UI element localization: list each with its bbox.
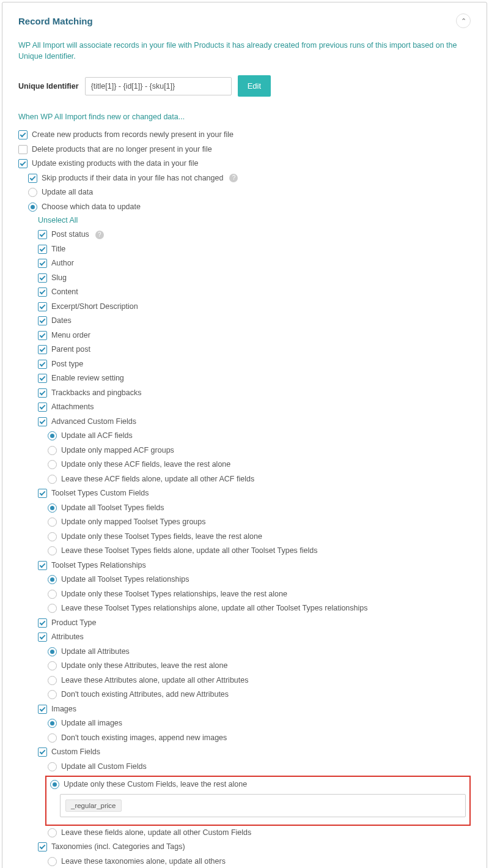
author-checkbox[interactable] [38, 259, 47, 268]
menu-order-checkbox[interactable] [38, 331, 47, 340]
choose-data-row: Choose which data to update [28, 202, 471, 213]
create-products-checkbox[interactable] [18, 130, 28, 139]
title-label: Title [51, 244, 65, 255]
toolset-rel-leave-radio[interactable] [48, 604, 57, 613]
images-label: Images [51, 704, 76, 715]
toolset-cf-mapped-label: Update only mapped Toolset Types groups [61, 517, 206, 528]
cf-tag-input-box[interactable]: _regular_price [60, 794, 466, 817]
attr-only-label: Update only these Attributes, leave the … [61, 661, 227, 672]
acf-only-radio[interactable] [48, 460, 57, 469]
slug-label: Slug [51, 273, 67, 284]
attr-leave-radio[interactable] [48, 676, 57, 685]
cf-all-radio[interactable] [48, 762, 57, 771]
attachments-checkbox[interactable] [38, 402, 47, 412]
choose-data-radio[interactable] [28, 202, 37, 212]
acf-leave-radio[interactable] [48, 475, 57, 484]
edit-button[interactable]: Edit [238, 75, 271, 97]
product-type-label: Product Type [51, 618, 96, 629]
toolset-rel-label: Toolset Types Relationships [51, 560, 146, 571]
toolset-cf-all-radio[interactable] [48, 503, 57, 513]
skip-unchanged-row: Skip products if their data in your file… [28, 173, 471, 184]
collapse-button[interactable]: ⌃ [456, 13, 471, 28]
delete-products-checkbox[interactable] [18, 145, 28, 154]
update-products-label: Update existing products with the data i… [32, 158, 198, 169]
acf-leave-label: Leave these ACF fields alone, update all… [61, 474, 254, 485]
acf-mapped-radio[interactable] [48, 446, 57, 455]
intro-text: WP All Import will associate records in … [18, 40, 471, 62]
parent-post-label: Parent post [51, 344, 90, 355]
toolset-rel-only-label: Update only these Toolset Types relation… [61, 589, 287, 600]
acf-label: Advanced Custom Fields [51, 417, 136, 428]
attributes-checkbox[interactable] [38, 632, 47, 642]
attachments-label: Attachments [51, 402, 94, 413]
post-status-checkbox[interactable] [38, 230, 47, 239]
toolset-cf-leave-radio[interactable] [48, 546, 57, 555]
parent-post-checkbox[interactable] [38, 345, 47, 354]
attr-dont-radio[interactable] [48, 690, 57, 699]
reviews-checkbox[interactable] [38, 374, 47, 383]
delete-products-label: Delete products that are no longer prese… [32, 144, 212, 155]
identifier-row: Unique Identifier Edit [18, 75, 471, 97]
toolset-rel-checkbox[interactable] [38, 561, 47, 570]
acf-all-radio[interactable] [48, 431, 57, 440]
skip-unchanged-label: Skip products if their data in your file… [42, 173, 223, 184]
help-icon[interactable]: ? [95, 231, 104, 239]
cf-leave-radio[interactable] [48, 828, 57, 837]
post-type-checkbox[interactable] [38, 360, 47, 369]
taxonomies-label: Taxonomies (incl. Categories and Tags) [51, 842, 185, 853]
create-products-label: Create new products from records newly p… [32, 130, 233, 141]
tax-leave-label: Leave these taxonomies alone, update all… [61, 856, 226, 867]
toolset-cf-checkbox[interactable] [38, 489, 47, 498]
toolset-rel-leave-label: Leave these Toolset Types relationships … [61, 603, 368, 614]
taxonomies-checkbox[interactable] [38, 842, 47, 851]
update-all-row: Update all data [28, 187, 471, 198]
highlighted-custom-fields-box: Update only these Custom Fields, leave t… [45, 776, 471, 826]
reviews-label: Enable review setting [51, 373, 124, 384]
custom-fields-checkbox[interactable] [38, 747, 47, 757]
update-all-radio[interactable] [28, 188, 37, 197]
title-checkbox[interactable] [38, 245, 47, 254]
acf-all-label: Update all ACF fields [61, 431, 133, 442]
excerpt-checkbox[interactable] [38, 302, 47, 311]
delete-products-row: Delete products that are no longer prese… [18, 144, 471, 155]
help-icon[interactable]: ? [229, 174, 238, 182]
img-dont-radio[interactable] [48, 733, 57, 743]
content-checkbox[interactable] [38, 287, 47, 297]
slug-checkbox[interactable] [38, 273, 47, 283]
unselect-all-link[interactable]: Unselect All [38, 216, 471, 224]
record-matching-panel: Record Matching ⌃ WP All Import will ass… [2, 2, 487, 868]
subheading: When WP All Import finds new or changed … [18, 113, 471, 121]
post-status-label: Post status [51, 229, 89, 240]
post-type-label: Post type [51, 359, 83, 370]
identifier-input[interactable] [85, 77, 232, 95]
toolset-rel-all-radio[interactable] [48, 575, 57, 584]
attr-leave-label: Leave these Attributes alone, update all… [61, 675, 248, 686]
toolset-rel-only-radio[interactable] [48, 590, 57, 599]
cf-tag[interactable]: _regular_price [65, 799, 122, 812]
author-label: Author [51, 258, 74, 269]
toolset-cf-only-label: Update only these Toolset Types fields, … [61, 532, 262, 543]
dates-checkbox[interactable] [38, 316, 47, 325]
attr-dont-label: Don't touch existing Attributes, add new… [61, 689, 229, 700]
update-products-checkbox[interactable] [18, 159, 28, 168]
update-all-label: Update all data [42, 187, 93, 198]
images-checkbox[interactable] [38, 705, 47, 714]
trackbacks-checkbox[interactable] [38, 388, 47, 398]
product-type-checkbox[interactable] [38, 618, 47, 628]
content-label: Content [51, 287, 78, 298]
cf-only-radio[interactable] [50, 780, 59, 789]
identifier-label: Unique Identifier [18, 82, 79, 91]
attr-only-radio[interactable] [48, 661, 57, 670]
menu-order-label: Menu order [51, 330, 90, 341]
toolset-cf-only-radio[interactable] [48, 532, 57, 541]
acf-only-label: Update only these ACF fields, leave the … [61, 459, 230, 470]
acf-mapped-label: Update only mapped ACF groups [61, 445, 174, 456]
create-products-row: Create new products from records newly p… [18, 130, 471, 141]
acf-checkbox[interactable] [38, 417, 47, 426]
attr-all-label: Update all Attributes [61, 647, 130, 658]
tax-leave-radio[interactable] [48, 857, 57, 866]
toolset-cf-mapped-radio[interactable] [48, 517, 57, 527]
skip-unchanged-checkbox[interactable] [28, 174, 37, 183]
attr-all-radio[interactable] [48, 647, 57, 656]
img-all-radio[interactable] [48, 719, 57, 728]
